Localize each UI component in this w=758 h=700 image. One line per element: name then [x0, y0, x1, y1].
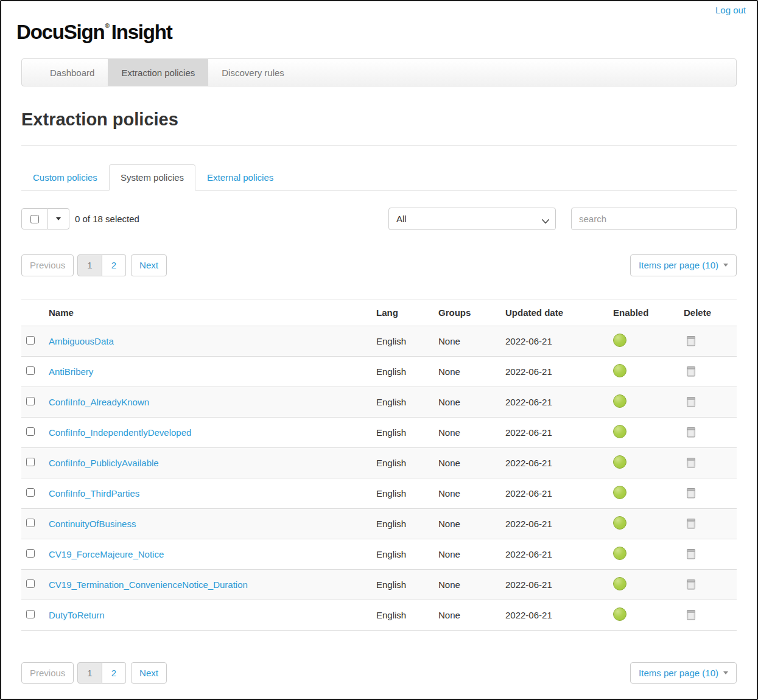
- nav-item-dashboard[interactable]: Dashboard: [37, 59, 108, 86]
- items-per-page-label: Items per page (10): [639, 667, 718, 679]
- policy-name-cell: DutyToReturn: [49, 600, 376, 630]
- policy-name-cell: ContinuityOfBusiness: [49, 508, 376, 539]
- pagination-bottom: Previous 1 2 Next Items per page (10): [21, 662, 737, 684]
- caret-down-icon: [723, 264, 728, 267]
- delete-button[interactable]: [686, 456, 696, 468]
- policy-enabled-cell: [613, 447, 684, 478]
- policy-name-link[interactable]: ConfiInfo_AlreadyKnown: [49, 397, 149, 407]
- nav-item-extraction-policies[interactable]: Extraction policies: [108, 59, 208, 86]
- page-number-group: 1 2: [77, 662, 126, 684]
- next-page-button[interactable]: Next: [131, 662, 167, 684]
- enabled-status-indicator[interactable]: [613, 486, 626, 499]
- column-header-lang: Lang: [376, 299, 438, 326]
- row-checkbox-cell: [21, 417, 49, 447]
- page-1-button[interactable]: 1: [77, 662, 102, 684]
- tab-external-policies[interactable]: External policies: [195, 164, 285, 191]
- policy-name-link[interactable]: DutyToReturn: [49, 610, 105, 620]
- policy-name-link[interactable]: ConfiInfo_ThirdParties: [49, 488, 139, 499]
- row-checkbox[interactable]: [26, 579, 35, 588]
- policy-groups: None: [438, 356, 505, 387]
- row-checkbox[interactable]: [26, 610, 35, 618]
- enabled-status-indicator[interactable]: [613, 547, 626, 560]
- registered-trademark-symbol: ®: [105, 23, 109, 29]
- previous-page-button[interactable]: Previous: [21, 254, 74, 276]
- delete-button[interactable]: [686, 547, 696, 559]
- nav-item-discovery-rules[interactable]: Discovery rules: [208, 59, 298, 86]
- table-header-row: Name Lang Groups Updated date Enabled De…: [21, 299, 737, 326]
- row-checkbox[interactable]: [26, 427, 35, 436]
- select-all-checkbox-button[interactable]: [21, 208, 48, 229]
- enabled-status-indicator[interactable]: [613, 425, 626, 438]
- row-checkbox[interactable]: [26, 549, 35, 558]
- policy-groups: None: [438, 417, 505, 447]
- trash-icon: [686, 334, 696, 346]
- trash-icon: [686, 456, 696, 468]
- delete-button[interactable]: [686, 608, 696, 620]
- policy-delete-cell: [684, 356, 737, 387]
- tab-custom-policies[interactable]: Custom policies: [21, 164, 109, 191]
- row-checkbox[interactable]: [26, 519, 35, 527]
- enabled-status-indicator[interactable]: [613, 577, 626, 590]
- logout-link[interactable]: Log out: [715, 5, 746, 15]
- policy-updated-date: 2022-06-21: [505, 600, 613, 630]
- table-row: CV19_Termination_ConvenienceNotice_Durat…: [21, 569, 737, 600]
- search-input[interactable]: [571, 208, 737, 230]
- select-all-dropdown-button[interactable]: [48, 208, 69, 229]
- policy-name-link[interactable]: AntiBribery: [49, 366, 93, 377]
- delete-button[interactable]: [686, 365, 696, 377]
- enabled-status-indicator[interactable]: [613, 455, 626, 469]
- row-checkbox[interactable]: [26, 397, 35, 405]
- policy-updated-date: 2022-06-21: [505, 356, 613, 387]
- row-checkbox[interactable]: [26, 458, 35, 466]
- page-2-button[interactable]: 2: [102, 662, 126, 684]
- policy-delete-cell: [684, 478, 737, 508]
- row-checkbox-cell: [21, 539, 49, 569]
- column-header-groups: Groups: [438, 299, 505, 326]
- policy-name-link[interactable]: ConfiInfo_IndependentlyDeveloped: [49, 427, 191, 438]
- items-per-page-button[interactable]: Items per page (10): [630, 662, 737, 684]
- logo-docusign: DocuSign: [16, 21, 104, 43]
- row-checkbox[interactable]: [26, 488, 35, 497]
- delete-button[interactable]: [686, 395, 696, 407]
- policy-lang: English: [376, 387, 438, 417]
- delete-button[interactable]: [686, 334, 696, 346]
- policy-name-cell: AmbiguousData: [49, 326, 376, 356]
- policies-table: Name Lang Groups Updated date Enabled De…: [21, 299, 737, 631]
- policy-updated-date: 2022-06-21: [505, 539, 613, 569]
- policy-name-link[interactable]: AmbiguousData: [49, 336, 114, 346]
- filter-select[interactable]: All: [388, 208, 556, 230]
- enabled-status-indicator[interactable]: [613, 516, 626, 530]
- policy-name-link[interactable]: CV19_Termination_ConvenienceNotice_Durat…: [49, 579, 248, 590]
- select-all-checkbox[interactable]: [30, 215, 39, 223]
- app-window: Log out DocuSign®Insight Dashboard Extra…: [0, 0, 758, 700]
- page-1-button[interactable]: 1: [77, 254, 102, 276]
- trash-icon: [686, 608, 696, 620]
- delete-button[interactable]: [686, 578, 696, 590]
- enabled-status-indicator[interactable]: [613, 334, 626, 347]
- enabled-status-indicator[interactable]: [613, 364, 626, 377]
- policy-name-cell: AntiBribery: [49, 356, 376, 387]
- policy-name-link[interactable]: CV19_ForceMajeure_Notice: [49, 549, 164, 559]
- table-row: ConfiInfo_ThirdParties English None 2022…: [21, 478, 737, 508]
- tab-system-policies[interactable]: System policies: [109, 164, 195, 191]
- enabled-status-indicator[interactable]: [613, 607, 626, 621]
- table-row: DutyToReturn English None 2022-06-21: [21, 600, 737, 630]
- table-row: ConfiInfo_IndependentlyDeveloped English…: [21, 417, 737, 447]
- policy-enabled-cell: [613, 539, 684, 569]
- delete-button[interactable]: [686, 517, 696, 529]
- enabled-status-indicator[interactable]: [613, 394, 626, 408]
- controls-row: 0 of 18 selected All: [21, 208, 737, 230]
- delete-button[interactable]: [686, 425, 696, 438]
- row-checkbox[interactable]: [26, 366, 35, 375]
- policy-groups: None: [438, 508, 505, 539]
- policy-groups: None: [438, 387, 505, 417]
- next-page-button[interactable]: Next: [131, 254, 167, 276]
- items-per-page-button[interactable]: Items per page (10): [630, 254, 737, 276]
- row-checkbox[interactable]: [26, 336, 35, 345]
- trash-icon: [686, 365, 696, 377]
- page-2-button[interactable]: 2: [102, 254, 126, 276]
- policy-name-link[interactable]: ContinuityOfBusiness: [49, 519, 136, 529]
- policy-name-link[interactable]: ConfiInfo_PubliclyAvailable: [49, 458, 159, 468]
- previous-page-button[interactable]: Previous: [21, 662, 74, 684]
- delete-button[interactable]: [686, 486, 696, 499]
